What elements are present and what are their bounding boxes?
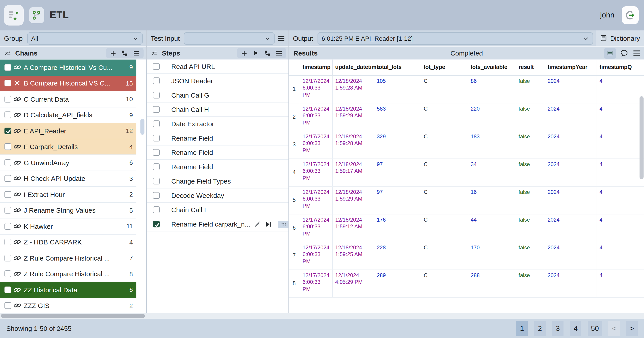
chain-row[interactable]: C Current Data 10 [0,91,136,107]
step-checkbox[interactable] [153,135,160,141]
column-header[interactable]: lots_available [468,60,516,75]
chain-checkbox[interactable] [4,80,11,87]
group-select[interactable]: All [27,32,143,45]
chain-checkbox[interactable] [4,271,11,277]
column-header[interactable]: result [516,60,545,75]
chain-tree-view-button[interactable] [121,50,128,57]
step-checkbox[interactable] [153,149,160,156]
chain-checkbox[interactable] [4,207,11,214]
column-header[interactable]: update_datetime [332,60,374,75]
chain-row[interactable]: Z Rule Compare Historical ... 7 [0,250,136,266]
chains-menu-button[interactable] [133,50,140,57]
step-checkbox[interactable] [153,192,160,199]
step-checkbox[interactable] [153,221,160,227]
chain-row[interactable]: ZZZ GIS 2 [0,298,136,314]
step-row[interactable]: JSON Reader [147,74,289,88]
step-row[interactable]: Change Field Types [147,174,289,188]
step-row[interactable]: Chain Call I [147,203,289,217]
chain-row[interactable]: J Rename String Values 5 [0,203,136,218]
add-step-button[interactable] [240,50,248,57]
step-checkbox[interactable] [153,163,160,170]
step-checkbox[interactable] [153,178,160,184]
chain-row[interactable]: Z Rule Compare Historical ... 8 [0,266,136,282]
chain-row[interactable]: D Calculate_API_fields 9 [0,107,136,123]
step-checkbox[interactable] [153,63,160,70]
step-row[interactable]: Rename Field [147,146,289,160]
chain-row[interactable]: ZZ Historical Data 6 [0,282,136,298]
page-button[interactable]: 3 [552,321,564,336]
step-checkbox[interactable] [153,120,160,127]
step-checkbox[interactable] [153,92,160,99]
column-header[interactable]: lot_type [421,60,468,75]
chain-checkbox[interactable] [4,239,11,245]
chain-checkbox[interactable] [4,144,11,150]
next-page-button[interactable]: > [626,321,638,336]
flow-branch-button[interactable] [29,7,44,23]
step-row[interactable]: Chain Call H [147,103,289,117]
step-row[interactable]: Read API URL [147,60,289,74]
chain-checkbox[interactable] [4,64,11,71]
chain-checkbox[interactable] [4,112,11,118]
chain-row[interactable]: H Check API Update 3 [0,171,136,187]
step-drag-handle[interactable] [278,220,289,228]
prev-page-button[interactable]: < [608,321,620,336]
chain-checkbox[interactable] [4,159,11,166]
step-row[interactable]: Rename Field [147,131,289,146]
table-row[interactable]: 4 12/17/2024 6:00:33 PM 12/18/2024 1:59:… [289,158,644,186]
app-logo-button[interactable] [4,5,24,26]
table-view-button[interactable] [604,48,616,59]
table-row[interactable]: 6 12/17/2024 6:00:33 PM 12/18/2024 1:59:… [289,214,644,242]
step-row[interactable]: Rename Field carpark_n... [147,217,289,231]
chains-scrollbar-thumb[interactable] [140,119,144,135]
chain-checkbox[interactable] [4,128,11,134]
edit-step-button[interactable] [254,220,261,228]
column-header[interactable]: timestampQ [596,60,644,75]
table-row[interactable]: 2 12/17/2024 6:00:33 PM 12/18/2024 1:59:… [289,103,644,131]
chain-row[interactable]: E API_Reader 12 [0,123,136,139]
table-row[interactable]: 8 12/17/2024 6:00:33 PM 12/1/2024 4:05:2… [289,269,644,297]
step-tree-view-button[interactable] [264,50,271,57]
steps-menu-button[interactable] [276,50,283,57]
table-row[interactable]: 7 12/17/2024 6:00:33 PM 12/18/2024 1:59:… [289,242,644,269]
column-header[interactable]: timestampYear [545,60,596,75]
page-button[interactable]: 1 [516,321,528,336]
horizontal-scrollbar-thumb[interactable] [1,314,145,318]
chain-row[interactable]: A Compare Historical Vs Cu... 9 [0,60,136,76]
column-header[interactable]: timestamp [300,60,332,75]
test-input-select[interactable] [184,32,274,45]
table-row[interactable]: 5 12/17/2024 6:00:33 PM 12/18/2024 1:59:… [289,186,644,214]
add-chain-button[interactable] [110,50,117,57]
chain-checkbox[interactable] [4,302,11,309]
table-row[interactable]: 3 12/17/2024 6:00:33 PM 12/18/2024 1:59:… [289,131,644,158]
chain-row[interactable]: F Carpark_Details 4 [0,139,136,155]
horizontal-scrollb​ar-track[interactable] [0,313,644,319]
run-to-step-button[interactable] [265,220,272,228]
chain-checkbox[interactable] [4,175,11,182]
results-menu-button[interactable] [632,49,641,57]
page-button[interactable]: 50 [588,321,602,336]
table-row[interactable]: 1 12/17/2024 6:00:33 PM 12/18/2024 1:59:… [289,75,644,103]
results-scrollbar-thumb[interactable] [640,96,644,179]
step-checkbox[interactable] [153,206,160,213]
step-row[interactable]: Decode Weekday [147,188,289,203]
chain-checkbox[interactable] [4,286,11,293]
chain-checkbox[interactable] [4,191,11,198]
chain-row[interactable]: B Compare Historical VS C... 15 [0,76,136,91]
test-input-menu-button[interactable] [277,34,285,42]
step-checkbox[interactable] [153,78,160,84]
step-row[interactable]: Chain Call G [147,88,289,103]
step-row[interactable]: Rename Field [147,160,289,174]
comments-button[interactable] [620,49,628,57]
chain-checkbox[interactable] [4,96,11,103]
column-header[interactable]: total_lots [374,60,421,75]
chain-row[interactable]: Z - HDB CARPARK 4 [0,234,136,250]
dictionary-button[interactable]: Dictionary [596,31,644,46]
step-checkbox[interactable] [153,106,160,113]
step-row[interactable]: Date Extractor [147,117,289,131]
chain-checkbox[interactable] [4,223,11,230]
page-button[interactable]: 2 [534,321,546,336]
chain-row[interactable]: K Hawker 11 [0,218,136,234]
chain-checkbox[interactable] [4,255,11,261]
logout-button[interactable] [622,6,639,24]
chain-row[interactable]: I Extract Hour 2 [0,187,136,203]
